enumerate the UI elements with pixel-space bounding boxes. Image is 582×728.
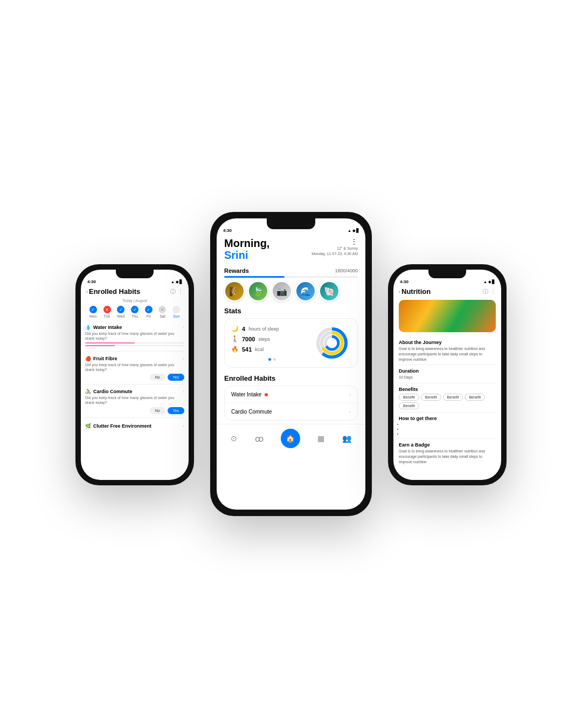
cardio-habit-buttons: No Yes: [85, 407, 184, 414]
fruit-habit-name: Fruit Fibre: [93, 356, 117, 361]
right-page-title: Nutrition: [401, 287, 483, 296]
center-screen: 4:30 ▲ ◆ ▊ Morning, Srini: [217, 218, 365, 510]
duration-value: 10 Days: [399, 375, 496, 380]
habit-clutter: 🌿 Clutter Free Environment ›: [81, 420, 189, 432]
day-name-sun: Sun: [173, 314, 179, 318]
left-header: ‹ Enrolled Habits ⓘ ⋮: [81, 286, 189, 298]
day-circle-wed: ✓: [117, 306, 124, 313]
avatar-5[interactable]: 🐚: [319, 281, 340, 301]
steps-icon: 🚶: [231, 335, 239, 342]
avatar-4[interactable]: 🌊: [295, 281, 316, 301]
cardio-chevron[interactable]: ›: [183, 389, 184, 394]
avatar-3[interactable]: 📷: [272, 281, 292, 301]
fruit-yes-button[interactable]: Yes: [168, 374, 184, 381]
sleep-unit: hours of sleep: [248, 326, 279, 332]
rewards-progress: [224, 276, 358, 278]
benefit-2[interactable]: Benefit: [421, 394, 441, 401]
center-status-time: 4:30: [223, 228, 232, 233]
clutter-habit-name: Clutter Free Environment: [93, 423, 151, 429]
kcal-unit: kcal: [255, 347, 264, 352]
water-habit-desc: Did you keep track of how many glasses o…: [85, 331, 184, 341]
benefit-3[interactable]: Benefit: [443, 394, 463, 401]
water-chevron[interactable]: ›: [183, 325, 184, 330]
cardio-enrolled-chevron[interactable]: ›: [349, 409, 351, 415]
howto-item-1: [403, 422, 496, 426]
benefit-4[interactable]: Benefit: [465, 394, 485, 401]
weather-text: 12° & Sunny: [311, 246, 358, 251]
fruit-chevron[interactable]: ›: [183, 356, 184, 361]
day-name-mon: Mon: [89, 314, 97, 318]
day-thu: ✓ Thu: [131, 306, 138, 318]
enrolled-water[interactable]: Water Intake ›: [225, 386, 357, 403]
day-sun: Sun: [172, 306, 180, 318]
center-more-icon[interactable]: ⋮: [350, 237, 358, 246]
left-back-button[interactable]: ‹: [86, 289, 88, 294]
water-enrolled-chevron[interactable]: ›: [349, 392, 351, 397]
more-icon[interactable]: ⋮: [178, 288, 183, 296]
nutrition-hero-image: [399, 300, 496, 332]
clutter-icon: 🌿: [85, 423, 91, 429]
fruit-habit-desc: Did you keep track of how many glasses o…: [85, 362, 184, 372]
benefit-5[interactable]: Benefit: [399, 402, 419, 409]
day-name-tue: Tue: [104, 314, 110, 318]
stats-section: Stats 🌙 4 hours of sleep 🚶 7000 s: [217, 306, 365, 373]
day-tue: ✕ Tue: [103, 306, 111, 318]
howto-heading: How to get there: [399, 416, 496, 421]
stat-kcal: 🔥 541 kcal: [231, 346, 313, 353]
nav-home-button[interactable]: 🏠: [281, 429, 300, 448]
avatar-1[interactable]: 🧗: [224, 281, 245, 301]
center-notch: [267, 218, 315, 229]
water-progress-bar2: [85, 345, 184, 346]
clutter-chevron[interactable]: ›: [183, 423, 184, 429]
day-row: ✓ Mon ✕ Tue ✓ Wed ✓ Thu: [81, 304, 189, 320]
greeting-text: Morning,: [224, 237, 269, 249]
day-sat: ✕ Sat: [158, 306, 166, 318]
divider-3: [399, 412, 496, 413]
right-screen: 4:30 ▲ ◆ ▊ ‹ Nutrition ⓘ ⋮: [393, 270, 501, 480]
nav-discover-icon[interactable]: ⊙: [231, 434, 237, 443]
day-wed: ✓ Wed: [117, 306, 124, 318]
fruit-no-button[interactable]: No: [150, 374, 165, 381]
left-notch: [116, 270, 154, 278]
right-back-button[interactable]: ‹: [399, 289, 400, 294]
steps-value: 7000: [242, 336, 255, 342]
sleep-value: 4: [242, 326, 245, 332]
cardio-no-button[interactable]: No: [150, 407, 165, 414]
info-icon[interactable]: ⓘ: [170, 288, 176, 296]
kcal-value: 541: [242, 346, 252, 353]
day-circle-sat: ✕: [158, 306, 166, 313]
right-status-icons: ▲ ◆ ▊: [483, 280, 495, 284]
divider-1: [399, 365, 496, 365]
donut-chart: [313, 324, 351, 362]
stats-card: 🌙 4 hours of sleep 🚶 7000 steps 🔥: [224, 318, 358, 368]
right-info-icon[interactable]: ⓘ: [483, 288, 488, 296]
water-progress-fill: [85, 342, 135, 344]
avatar-2[interactable]: 🍃: [248, 281, 268, 301]
stat-steps: 🚶 7000 steps: [231, 335, 313, 342]
enrolled-cardio[interactable]: Cardio Commute ›: [225, 403, 357, 420]
left-status-time: 4:30: [87, 279, 96, 284]
cardio-icon: 🚴: [85, 389, 91, 394]
day-name-wed: Wed: [117, 314, 124, 318]
stats-items: 🌙 4 hours of sleep 🚶 7000 steps 🔥: [231, 325, 313, 361]
cardio-yes-button[interactable]: Yes: [168, 407, 184, 414]
day-circle-tue: ✕: [103, 306, 111, 313]
sleep-icon: 🌙: [231, 325, 239, 332]
nav-activity-icon[interactable]: ꝏ: [255, 434, 264, 444]
habit-cardio: 🚴 Cardio Commute › Did you keep track of…: [85, 387, 184, 417]
right-more-icon[interactable]: ⋮: [490, 288, 496, 296]
benefit-1[interactable]: Benefit: [399, 394, 419, 401]
left-header-icons: ⓘ ⋮: [170, 288, 183, 296]
enrolled-section: Enrolled Habits Water Intake › Cardio Co…: [217, 373, 365, 422]
water-intake-label: Water Intake: [231, 392, 261, 397]
rewards-row: Rewards 1800/4000: [217, 264, 365, 276]
nav-community-icon[interactable]: 👥: [342, 434, 351, 443]
divider-2: [399, 383, 496, 383]
day-circle-mon: ✓: [89, 306, 97, 313]
water-icon: 💧: [85, 325, 91, 330]
right-header-icons: ⓘ ⋮: [483, 288, 496, 296]
date-label: Today | August: [81, 298, 189, 304]
howto-item-3: [403, 432, 496, 436]
rewards-label: Rewards: [224, 267, 249, 274]
nav-journal-icon[interactable]: ▦: [317, 434, 324, 443]
